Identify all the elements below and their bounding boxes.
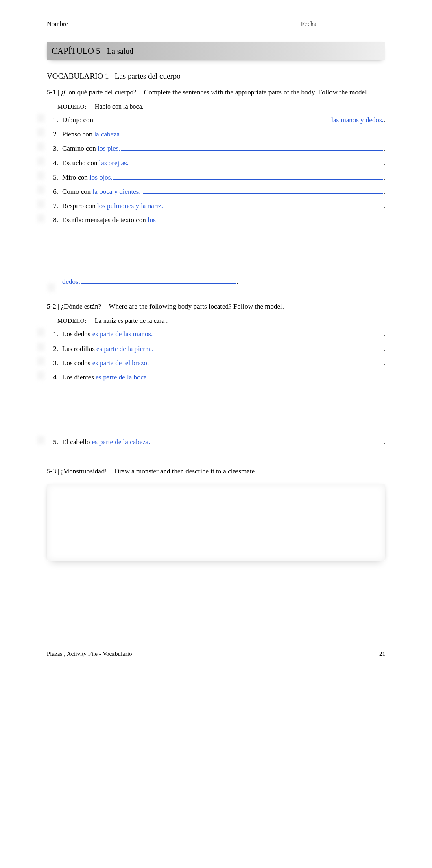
item-prompt: Pienso con (62, 129, 94, 140)
ex1-title: ¿Con qué parte del cuerpo? (61, 88, 137, 96)
item-period: . (236, 278, 238, 286)
ex3-instr: Draw a monster and then describe it to a… (114, 467, 256, 475)
chapter-bar: CAPÍTULO 5 La salud (47, 42, 385, 60)
item-period: . (384, 343, 385, 354)
answer-line[interactable] (151, 373, 383, 379)
item-number: 3. (47, 357, 58, 368)
ex1-intro: 5-1 | ¿Con qué parte del cuerpo? Complet… (47, 88, 385, 97)
item-answer: es parte de la pierna. (96, 343, 155, 354)
chapter-number: CAPÍTULO 5 (52, 46, 100, 56)
item-number: 2. (47, 129, 58, 140)
ex3-code: 5-3 (47, 467, 56, 475)
item-period: . (384, 357, 385, 368)
item-answer: es parte de el brazo. (92, 357, 151, 368)
item-answer: los pulmones y la nariz. (97, 200, 165, 211)
item-prompt: Miro con (62, 172, 89, 183)
item-number: 4. (47, 158, 58, 169)
item-prompt: Escucho con (62, 158, 99, 169)
answer-line[interactable] (96, 115, 330, 122)
item-answer: es parte de la boca. (96, 372, 150, 383)
answer-line[interactable] (113, 173, 383, 180)
item-prompt: Como con (62, 186, 93, 197)
item-number: 6. (47, 186, 58, 197)
ex1-item8-continuation: dedos. . (62, 277, 385, 286)
ex3-title: ¡Monstruosidad! (61, 467, 107, 475)
item-period: . (384, 329, 385, 340)
chapter-title: La salud (107, 47, 133, 55)
page-footer: Plazas , Activity File - Vocabulario 21 (47, 651, 385, 658)
name-field: Nombre (47, 20, 163, 28)
item-number: 4. (47, 372, 58, 383)
item-prompt: Los dientes (62, 372, 96, 383)
item-prompt: El cabello (62, 436, 92, 447)
item-period: . (384, 143, 385, 154)
answer-line[interactable] (153, 437, 383, 444)
ex1-items: 1. Dibujo con las manos y dedos. . 2. Pi… (47, 114, 385, 226)
item-period: . (384, 158, 385, 169)
modelo-text: Hablo con la boca. (95, 103, 144, 110)
item-answer: es parte de las manos. (92, 329, 155, 340)
list-item: 3. Camino con los pies. . (47, 143, 385, 154)
ex2-item5: 5. El cabello es parte de la cabeza. . (47, 436, 385, 447)
list-item: 5. Miro con los ojos. . (47, 172, 385, 183)
item-answer: las manos y dedos. (331, 114, 383, 125)
worksheet-header: Nombre Fecha (47, 20, 385, 28)
list-item: 4. Los dientes es parte de la boca. . (47, 372, 385, 383)
answer-line[interactable] (166, 201, 383, 208)
item-period: . (384, 186, 385, 197)
answer-line[interactable] (155, 329, 383, 336)
vocab-title: Las partes del cuerpo (115, 72, 181, 80)
answer-line[interactable] (81, 277, 236, 284)
name-label: Nombre (47, 20, 68, 28)
date-underline[interactable] (318, 26, 385, 26)
item-answer: los (148, 215, 156, 226)
ex2-intro: 5-2 | ¿Dónde están? Where are the follow… (47, 302, 385, 311)
item-answer: los ojos. (89, 172, 113, 183)
drawing-area[interactable] (47, 484, 385, 561)
ex3-intro: 5-3 | ¡Monstruosidad! Draw a monster and… (47, 467, 385, 476)
ex2-items: 1. Los dedos es parte de las manos. . 2.… (47, 329, 385, 383)
modelo-label: MODELO: (57, 103, 87, 110)
modelo-text: La nariz es parte de la cara . (95, 317, 168, 324)
answer-line[interactable] (129, 158, 383, 165)
item-period: . (384, 172, 385, 183)
item-answer: la cabeza. (94, 129, 123, 140)
vocab-number: VOCABULARIO 1 (47, 72, 109, 80)
item-period: . (384, 114, 385, 125)
item-answer: los pies. (98, 143, 120, 154)
list-item: 5. El cabello es parte de la cabeza. . (47, 436, 385, 447)
date-label: Fecha (301, 20, 316, 28)
item-prompt: Las rodillas (62, 343, 96, 354)
item-number: 3. (47, 143, 58, 154)
answer-line[interactable] (121, 144, 383, 151)
ex1-code: 5-1 (47, 88, 56, 96)
ex2-code: 5-2 (47, 302, 56, 310)
answer-line[interactable] (124, 129, 383, 136)
item-prompt: Los codos (62, 357, 92, 368)
item-number: 7. (47, 200, 58, 211)
answer-line[interactable] (143, 187, 383, 194)
answer-line[interactable] (152, 358, 383, 365)
item-answer: es parte de la cabeza. (92, 436, 152, 447)
list-item: 7. Respiro con los pulmones y la nariz. … (47, 200, 385, 211)
modelo-label: MODELO: (57, 318, 87, 324)
ex2-title: ¿Dónde están? (61, 302, 102, 310)
item-number: 2. (47, 343, 58, 354)
ex2-modelo: MODELO: La nariz es parte de la cara . (57, 317, 385, 324)
item-prompt: Los dedos (62, 329, 92, 340)
item-prompt: Dibujo con (62, 114, 95, 125)
vocab-heading: VOCABULARIO 1 Las partes del cuerpo (47, 72, 385, 81)
list-item: 2. Pienso con la cabeza. . (47, 129, 385, 140)
answer-line[interactable] (156, 344, 382, 351)
list-item: 6. Como con la boca y dientes. . (47, 186, 385, 197)
item-prompt: Camino con (62, 143, 98, 154)
page-number: 21 (379, 651, 385, 658)
footer-left: Plazas , Activity File - Vocabulario (47, 651, 132, 658)
ex1-modelo: MODELO: Hablo con la boca. (57, 103, 385, 110)
item-answer: la boca y dientes. (93, 186, 142, 197)
item-answer: las orej as. (99, 158, 129, 169)
item-number: 5. (47, 172, 58, 183)
item-period: . (384, 436, 385, 447)
list-item: 1. Dibujo con las manos y dedos. . (47, 114, 385, 125)
name-underline[interactable] (70, 26, 163, 26)
